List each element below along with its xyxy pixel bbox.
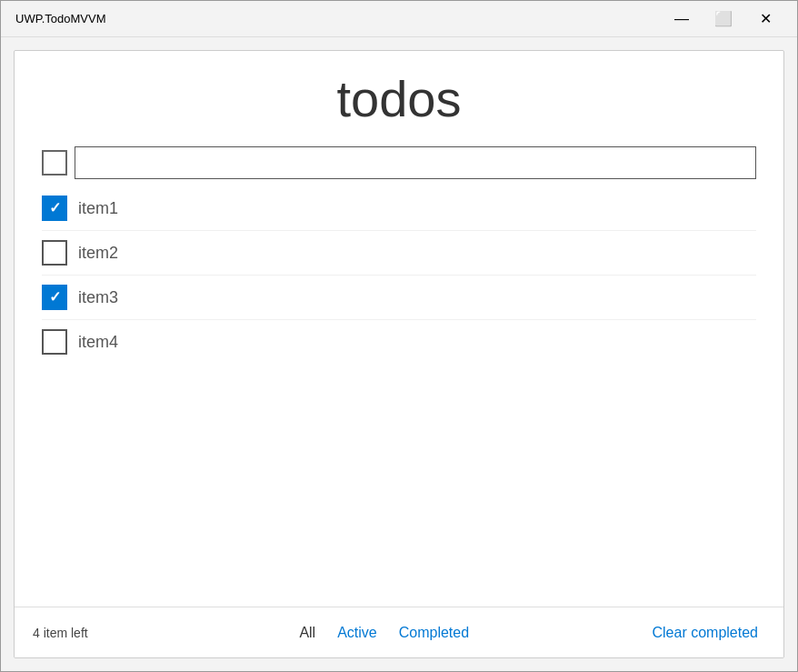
todo-list: ✓item1item2✓item3item4 [42,186,756,364]
todo-label-2: item2 [78,244,118,263]
todo-checkbox-3[interactable]: ✓ [42,285,67,310]
todo-checkbox-1[interactable]: ✓ [42,196,67,221]
filter-all-button[interactable]: All [292,621,323,645]
todo-checkbox-2[interactable] [42,240,67,266]
todo-item: item4 [42,320,756,364]
titlebar: UWP.TodoMVVM — ⬜ ✕ [1,1,797,37]
close-button[interactable]: ✕ [744,5,786,34]
new-todo-input[interactable] [75,146,756,179]
new-todo-row [42,146,756,179]
todo-label-4: item4 [78,333,118,352]
todo-item: item2 [42,231,756,276]
todo-item: ✓item1 [42,186,756,231]
maximize-button[interactable]: ⬜ [703,5,744,34]
minimize-button[interactable]: — [661,5,703,34]
app-window: UWP.TodoMVVM — ⬜ ✕ todos ✓item1item2✓ite… [0,0,798,672]
main-card: todos ✓item1item2✓item3item4 4 item left… [14,50,784,658]
toggle-all-checkbox[interactable] [42,150,67,176]
content-area: todos ✓item1item2✓item3item4 4 item left… [1,37,797,671]
card-footer: 4 item left All Active Completed Clear c… [15,607,783,657]
todo-label-1: item1 [78,199,118,218]
todo-item: ✓item3 [42,276,756,320]
todo-checkbox-4[interactable] [42,329,67,355]
filter-active-button[interactable]: Active [330,621,384,645]
window-title: UWP.TodoMVVM [15,12,105,25]
app-title: todos [42,69,756,128]
filter-buttons: All Active Completed [292,621,476,645]
filter-completed-button[interactable]: Completed [392,621,476,645]
items-left-label: 4 item left [33,626,124,640]
todo-label-3: item3 [78,288,118,307]
clear-completed-button[interactable]: Clear completed [644,621,765,645]
card-inner: todos ✓item1item2✓item3item4 [15,51,783,607]
titlebar-controls: — ⬜ ✕ [661,5,786,34]
